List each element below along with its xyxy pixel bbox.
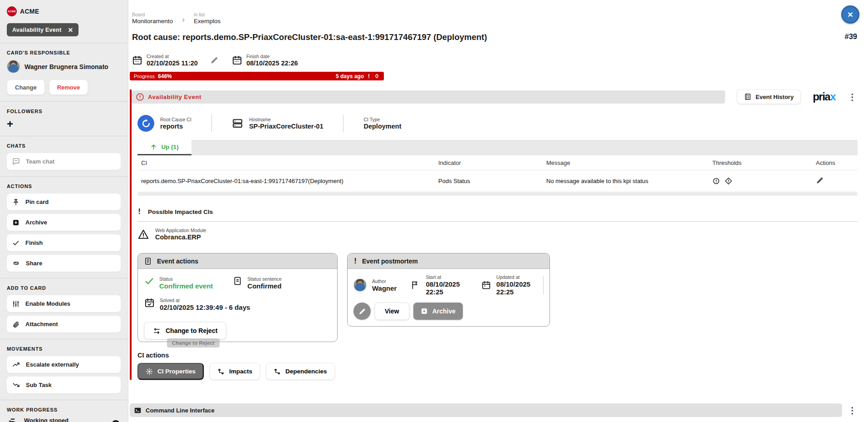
divider bbox=[543, 276, 544, 294]
add-to-card-heading: ADD TO CARD bbox=[7, 285, 121, 291]
responsible-heading: CARD'S RESPONSIBLE bbox=[7, 50, 121, 55]
sidebar-item-label: Escalate externally bbox=[26, 361, 79, 368]
event-history-label: Event History bbox=[755, 94, 794, 100]
change-responsible-button[interactable]: Change bbox=[7, 79, 45, 95]
event-postmortem-header: ! Event postmortem bbox=[348, 253, 549, 269]
deployment-ci-icon bbox=[137, 115, 154, 132]
actions-heading: ACTIONS bbox=[7, 184, 121, 189]
tab-up-label: Up (1) bbox=[161, 144, 178, 150]
responsible-user: Wagner Brugnera Simonato bbox=[7, 60, 121, 73]
ci-properties-label: CI Properties bbox=[157, 368, 196, 375]
event-history-button[interactable]: Event History bbox=[737, 89, 801, 104]
archive-postmortem-button[interactable]: Archive bbox=[413, 303, 463, 320]
exclaim-icon: ! bbox=[137, 207, 141, 216]
cli-menu-kebab-icon[interactable]: ⋮ bbox=[847, 406, 858, 415]
dependencies-button[interactable]: Dependencies bbox=[266, 363, 335, 380]
divider bbox=[0, 136, 128, 136]
module-menu-kebab-icon[interactable]: ⋮ bbox=[847, 93, 858, 101]
sidebar-item-enable-modules[interactable]: Enable Modules bbox=[7, 295, 121, 312]
acme-logo-icon: ACME bbox=[7, 6, 17, 16]
event-actions-box: Event actions Status Confirmed event bbox=[137, 253, 338, 342]
sidebar-item-finish[interactable]: Finish bbox=[7, 234, 121, 251]
server-icon bbox=[232, 118, 243, 129]
sidebar-item-pin-card[interactable]: Pin card bbox=[7, 194, 121, 210]
calendar-check-icon bbox=[144, 298, 155, 308]
work-progress-row: Working stoped Start working in this car… bbox=[7, 417, 121, 422]
calendar-icon bbox=[232, 55, 242, 65]
remove-responsible-button[interactable]: Remove bbox=[49, 79, 88, 95]
divider bbox=[0, 43, 128, 43]
pin-icon bbox=[12, 199, 20, 206]
card-label-tag[interactable]: Availability Event ✕ bbox=[7, 23, 78, 36]
status-field: Status Confirmed event bbox=[144, 276, 213, 290]
sidebar-item-escalate-externally[interactable]: Escalate externally bbox=[7, 356, 121, 373]
trend-up-icon bbox=[12, 361, 20, 368]
progress-bar: Progress 646% 5 days ago ! bbox=[130, 72, 384, 80]
tab-up[interactable]: Up (1) bbox=[137, 140, 191, 155]
table-scrollbar[interactable] bbox=[137, 192, 858, 196]
archive-postmortem-label: Archive bbox=[432, 308, 456, 315]
finish-date-label: Finish date bbox=[246, 54, 298, 59]
cell-message: No message available to this kpi status bbox=[546, 178, 712, 184]
ci-actions-title: CI actions bbox=[137, 352, 858, 359]
status-tabs: Up (1) bbox=[137, 140, 858, 155]
solved-at-label: Solved at bbox=[160, 298, 250, 303]
ci-type-value: Deployment bbox=[363, 123, 401, 130]
edit-postmortem-button[interactable] bbox=[353, 303, 371, 320]
sidebar-item-label: Attachment bbox=[25, 321, 58, 328]
document-icon bbox=[144, 257, 152, 265]
sidebar-item-team-chat[interactable]: Team chat bbox=[7, 153, 121, 170]
impacted-item-value: Cobranca.ERP bbox=[155, 233, 206, 241]
sidebar-item-label: Enable Modules bbox=[25, 300, 70, 307]
change-to-reject-button[interactable]: Change to Reject bbox=[144, 322, 226, 339]
up-arrow-icon bbox=[150, 144, 157, 150]
root-cause-ci-value: reports bbox=[160, 123, 191, 130]
created-at-value: 02/10/2025 11:20 bbox=[147, 60, 198, 67]
col-message: Message bbox=[546, 159, 712, 166]
breadcrumb-list[interactable]: in list Exemplos bbox=[194, 12, 221, 25]
chat-icon bbox=[12, 158, 20, 165]
view-postmortem-button[interactable]: View bbox=[375, 303, 409, 320]
hierarchy-icon bbox=[217, 368, 225, 375]
root-cause-ci-field: Root Cause CI reports bbox=[137, 115, 191, 132]
sidebar-item-label: Share bbox=[26, 260, 42, 267]
dependencies-label: Dependencies bbox=[285, 368, 327, 375]
divider bbox=[0, 176, 128, 177]
divider bbox=[0, 278, 128, 278]
progress-label: Progress bbox=[134, 74, 155, 79]
close-card-button[interactable]: ✕ bbox=[841, 5, 859, 24]
sliders-icon bbox=[12, 300, 20, 308]
start-work-play-button[interactable] bbox=[111, 419, 121, 422]
col-thresholds: Thresholds bbox=[712, 159, 816, 166]
edit-row-pencil-icon[interactable] bbox=[816, 176, 824, 184]
root-cause-ci-label: Root Cause CI bbox=[160, 117, 191, 122]
add-follower-button[interactable]: + bbox=[7, 119, 18, 129]
sidebar-item-sub-task[interactable]: Sub Task bbox=[7, 377, 121, 393]
availability-event-header[interactable]: Availability Event bbox=[132, 90, 725, 104]
impacts-button[interactable]: Impacts bbox=[210, 363, 260, 380]
exclaim-icon: ! bbox=[353, 257, 357, 266]
divider bbox=[211, 114, 212, 132]
warning-triangle-icon bbox=[137, 228, 149, 240]
hostname-field: Hostname SP-PriaxCoreCluster-01 bbox=[232, 117, 324, 130]
ci-properties-button[interactable]: CI Properties bbox=[137, 363, 204, 380]
edit-dates-pencil-icon[interactable] bbox=[210, 56, 219, 65]
remove-label-icon[interactable]: ✕ bbox=[68, 26, 73, 34]
hierarchy-icon bbox=[274, 368, 281, 375]
sidebar-item-archive[interactable]: Archive bbox=[7, 214, 121, 231]
event-postmortem-title: Event postmortem bbox=[362, 258, 418, 265]
paperclip-icon bbox=[12, 321, 20, 328]
collapse-icon[interactable] bbox=[374, 73, 380, 79]
chats-heading: CHATS bbox=[7, 143, 121, 149]
breadcrumb-board[interactable]: Board Monitoramento bbox=[132, 12, 173, 25]
app: ACME ACME Availability Event ✕ CARD'S RE… bbox=[0, 0, 868, 422]
sidebar-item-share[interactable]: Share bbox=[7, 255, 121, 272]
module-title: Availability Event bbox=[148, 94, 201, 100]
document-icon bbox=[233, 276, 242, 286]
followers-heading: FOLLOWERS bbox=[7, 109, 121, 114]
event-actions-header: Event actions bbox=[138, 253, 337, 269]
finish-date-field: Finish date 08/10/2025 22:26 bbox=[232, 54, 298, 67]
chevron-right-icon: › bbox=[182, 15, 185, 25]
sidebar-item-attachment[interactable]: Attachment bbox=[7, 316, 121, 333]
cli-section-header[interactable]: Command Line Interface bbox=[130, 403, 842, 417]
